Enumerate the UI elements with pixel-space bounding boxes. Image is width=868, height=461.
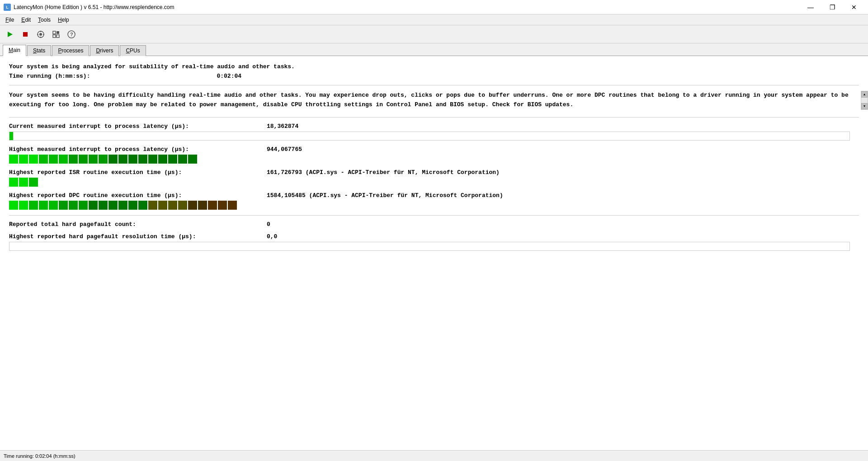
metric-current-interrupt-label: Current measured interrupt to process la… <box>9 123 262 130</box>
metric-pagefault-label: Reported total hard pagefault count: <box>9 221 262 228</box>
bar-seg <box>108 155 118 164</box>
bar-seg <box>19 155 28 164</box>
menu-help[interactable]: Help <box>54 16 73 24</box>
divider-1 <box>9 85 859 85</box>
bar-seg <box>29 178 38 187</box>
bar-seg <box>108 201 118 210</box>
tab-cpus[interactable]: CPUs <box>120 45 146 56</box>
bar-seg <box>19 178 28 187</box>
metric-current-interrupt-value: 18,362874 <box>267 123 298 130</box>
bar-seg <box>138 201 147 210</box>
metric-pagefault: Reported total hard pagefault count: 0 <box>9 221 859 228</box>
metric-current-interrupt: Current measured interrupt to process la… <box>9 123 859 141</box>
scroll-track <box>861 98 868 103</box>
tab-stats[interactable]: Stats <box>27 45 51 56</box>
title-bar-text: LatencyMon (Home Edition ) v 6.51 - http… <box>14 4 175 10</box>
bar-seg <box>128 155 137 164</box>
bar-seg <box>178 155 187 164</box>
bar-seg <box>59 155 68 164</box>
bar-seg <box>89 201 98 210</box>
time-running-label: Time running (h:mm:ss): <box>9 73 90 80</box>
time-running-value: 0:02:04 <box>217 73 241 80</box>
bar-seg <box>69 201 78 210</box>
analyzing-text: Your system is being analyzed for suitab… <box>9 63 859 70</box>
svg-text:?: ? <box>70 32 73 37</box>
metric-highest-dpc-label: Highest reported DPC routine execution t… <box>9 192 262 199</box>
metric-highest-interrupt-label: Highest measured interrupt to process la… <box>9 146 262 153</box>
warning-section: Your system seems to be having difficult… <box>9 91 859 110</box>
bar-seg <box>39 155 48 164</box>
bar-seg <box>39 201 48 210</box>
svg-rect-11 <box>57 35 59 38</box>
metric-highest-dpc-row: Highest reported DPC routine execution t… <box>9 192 859 199</box>
bar-seg <box>89 155 98 164</box>
metric-pagefault-row: Reported total hard pagefault count: 0 <box>9 221 859 228</box>
title-bar-controls: — ❐ ✕ <box>800 1 864 14</box>
metric-highest-isr: Highest reported ISR routine execution t… <box>9 169 859 187</box>
analyzing-section: Your system is being analyzed for suitab… <box>9 63 859 80</box>
bar-seg <box>168 155 177 164</box>
svg-rect-8 <box>53 31 56 34</box>
bar-seg <box>9 178 18 187</box>
view-button[interactable] <box>49 27 63 42</box>
bar-seg <box>218 201 227 210</box>
scroll-down-arrow[interactable]: ▼ <box>861 103 868 109</box>
main-content: Your system is being analyzed for suitab… <box>0 56 868 450</box>
menu-tools[interactable]: Tools <box>34 16 54 24</box>
svg-marker-0 <box>8 32 13 37</box>
metric-current-interrupt-row: Current measured interrupt to process la… <box>9 123 859 130</box>
close-button[interactable]: ✕ <box>844 1 864 14</box>
bar-seg <box>168 201 177 210</box>
tabs: Main Stats Processes Drivers CPUs <box>0 43 868 56</box>
highest-isr-bar <box>9 178 859 187</box>
tab-main[interactable]: Main <box>3 45 26 56</box>
bar-seg <box>29 155 38 164</box>
scroll-up-arrow[interactable]: ▲ <box>861 91 868 98</box>
tab-processes[interactable]: Processes <box>52 45 89 56</box>
svg-point-3 <box>39 33 42 36</box>
bar-seg <box>99 201 108 210</box>
time-running-line: Time running (h:mm:ss): 0:02:04 <box>9 73 859 80</box>
metric-highest-interrupt-value: 944,067765 <box>267 146 302 153</box>
tab-drivers[interactable]: Drivers <box>90 45 119 56</box>
divider-2 <box>9 117 859 118</box>
scrollbar[interactable]: ▲ ▼ <box>861 91 868 110</box>
menu-file[interactable]: File <box>2 16 18 24</box>
bar-seg <box>138 155 147 164</box>
bar-seg <box>158 155 167 164</box>
maximize-button[interactable]: ❐ <box>822 1 843 14</box>
bar-seg <box>148 201 157 210</box>
metric-highest-interrupt-row: Highest measured interrupt to process la… <box>9 146 859 153</box>
bar-seg <box>49 155 58 164</box>
bar-seg <box>118 155 127 164</box>
settings-button[interactable] <box>33 27 48 42</box>
current-interrupt-bar <box>9 132 850 141</box>
bar-seg <box>9 201 18 210</box>
bar-seg <box>158 201 167 210</box>
metric-highest-isr-row: Highest reported ISR routine execution t… <box>9 169 859 176</box>
bar-seg <box>79 155 88 164</box>
bar-seg <box>99 155 108 164</box>
status-bar: Time running: 0:02:04 (h:mm:ss) <box>0 450 868 461</box>
metric-highest-isr-value: 161,726793 (ACPI.sys - ACPI-Treiber für … <box>267 169 500 176</box>
metric-pagefault-time-value: 0,0 <box>267 233 277 240</box>
status-text: Time running: 0:02:04 (h:mm:ss) <box>4 453 75 459</box>
bar-seg <box>69 155 78 164</box>
bar-seg <box>188 155 197 164</box>
bar-seg <box>29 201 38 210</box>
metric-pagefault-time-row: Highest reported hard pagefault resoluti… <box>9 233 859 240</box>
bar-seg <box>9 155 18 164</box>
stop-button[interactable] <box>18 27 33 42</box>
toolbar: ? <box>0 25 868 43</box>
bar-seg <box>49 201 58 210</box>
pagefault-time-bar <box>9 242 850 251</box>
help-button[interactable]: ? <box>64 27 79 42</box>
svg-rect-1 <box>23 32 28 37</box>
svg-rect-10 <box>53 35 56 38</box>
bar-seg <box>148 155 157 164</box>
menu-bar: File Edit Tools Help <box>0 14 868 25</box>
menu-edit[interactable]: Edit <box>18 16 34 24</box>
play-button[interactable] <box>3 27 17 42</box>
metric-pagefault-time: Highest reported hard pagefault resoluti… <box>9 233 859 251</box>
minimize-button[interactable]: — <box>800 1 821 14</box>
